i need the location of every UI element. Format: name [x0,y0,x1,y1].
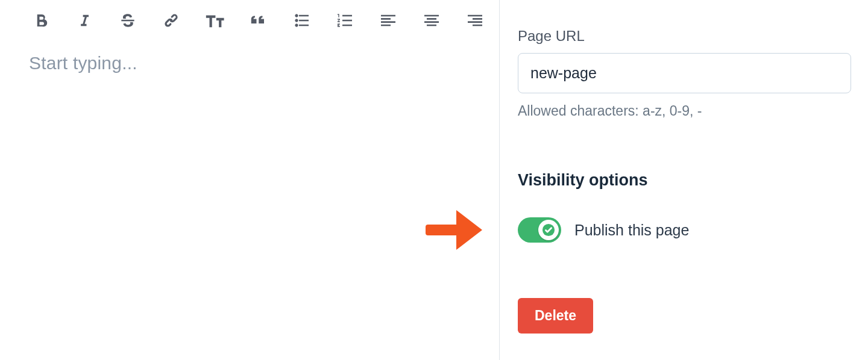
textsize-icon [204,10,225,31]
publish-toggle-label: Publish this page [574,222,689,239]
italic-button[interactable] [72,8,96,33]
align-center-icon [422,11,441,30]
publish-toggle[interactable] [518,217,561,243]
check-icon [542,223,555,237]
strikethrough-icon [118,11,137,30]
editor-body[interactable]: Start typing... [29,53,487,294]
toggle-knob [538,220,559,240]
visibility-options-title: Visibility options [518,171,851,190]
quote-button[interactable] [246,8,270,33]
textsize-button[interactable] [203,8,227,33]
page-url-label: Page URL [518,28,851,45]
page-url-helper: Allowed characters: a-z, 0-9, - [518,103,851,119]
align-right-icon [465,11,485,30]
bold-icon [32,11,50,29]
unordered-list-icon [292,11,311,30]
align-center-button[interactable] [420,8,444,33]
align-left-button[interactable] [376,8,400,33]
link-button[interactable] [159,8,183,33]
bold-button[interactable] [29,8,53,33]
unordered-list-button[interactable] [289,8,313,33]
delete-button[interactable]: Delete [518,298,593,334]
settings-pane: Page URL Allowed characters: a-z, 0-9, -… [511,0,868,360]
publish-toggle-row: Publish this page [518,217,851,243]
strikethrough-button[interactable] [116,8,140,33]
italic-icon [76,12,93,29]
editor-toolbar [29,6,487,53]
page-url-input[interactable] [518,53,851,93]
ordered-list-button[interactable] [333,8,357,33]
quote-icon [249,11,267,29]
editor-pane: Start typing... [0,0,499,360]
align-left-icon [379,11,398,30]
editor-placeholder: Start typing... [29,53,137,73]
ordered-list-icon [335,11,354,30]
vertical-divider [499,0,500,360]
align-right-button[interactable] [463,8,487,33]
link-icon [162,11,180,29]
